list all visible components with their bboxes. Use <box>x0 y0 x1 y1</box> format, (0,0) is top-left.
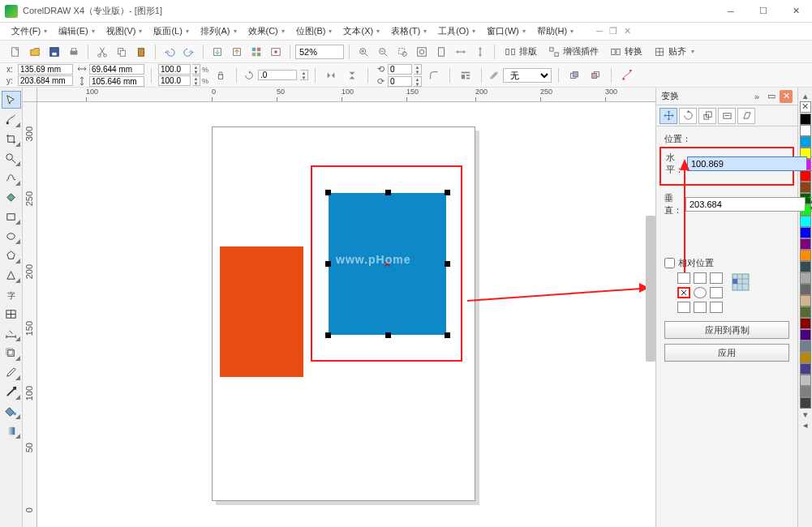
color-swatch[interactable] <box>800 182 811 193</box>
interactive-tool[interactable] <box>2 344 21 362</box>
zoom-page-button[interactable] <box>432 43 450 61</box>
dimension-tool[interactable] <box>2 324 21 342</box>
table-tool[interactable] <box>2 305 21 323</box>
orange-rectangle[interactable] <box>220 246 303 377</box>
close-button[interactable]: ✕ <box>780 0 812 23</box>
color-swatch[interactable] <box>800 341 811 352</box>
zoom-tool[interactable] <box>2 149 21 167</box>
pos-x-input[interactable] <box>18 64 73 75</box>
menu-effects[interactable]: 效果(C)▾ <box>243 24 290 39</box>
snap-button[interactable]: 贴齐▾ <box>649 43 699 61</box>
color-swatch[interactable] <box>800 318 811 329</box>
scale-x-input[interactable] <box>158 64 191 75</box>
vertical-spinner[interactable]: ▲▼ <box>809 197 812 212</box>
anchor-tr[interactable] <box>710 272 723 284</box>
pick-tool[interactable] <box>2 91 21 109</box>
color-swatch[interactable] <box>800 170 811 182</box>
menu-file[interactable]: 文件(F)▾ <box>6 24 52 39</box>
color-swatch[interactable] <box>800 363 811 375</box>
color-swatch[interactable] <box>800 227 811 238</box>
docker-expand-button[interactable]: » <box>750 90 763 103</box>
outline-tool[interactable] <box>2 383 21 401</box>
zoom-out-button[interactable] <box>374 43 392 61</box>
apply-button[interactable]: 应用 <box>664 344 789 362</box>
anchor-tl[interactable] <box>677 272 690 284</box>
basic-shapes-tool[interactable] <box>2 266 21 284</box>
palette-scroll-up[interactable]: ▴ <box>800 91 811 101</box>
doc-close-button[interactable]: ✕ <box>624 26 631 36</box>
text-tool[interactable]: 字 <box>2 285 21 303</box>
mirror-v-button[interactable] <box>343 66 361 84</box>
save-button[interactable] <box>45 43 63 61</box>
relative-position-checkbox[interactable]: 相对位置 <box>664 257 789 269</box>
menu-arrange[interactable]: 排列(A)▾ <box>195 24 242 39</box>
color-swatch[interactable] <box>800 272 811 284</box>
color-swatch[interactable] <box>800 295 811 306</box>
minimize-button[interactable]: ─ <box>715 0 747 23</box>
mirror-h-button[interactable] <box>322 66 340 84</box>
zoom-input[interactable] <box>295 45 344 59</box>
color-swatch[interactable] <box>800 284 811 295</box>
transform-rotate-tab[interactable] <box>679 108 697 124</box>
color-swatch[interactable] <box>800 375 811 386</box>
anchor-tc[interactable] <box>694 272 707 284</box>
height-input[interactable] <box>89 76 144 87</box>
drawing-canvas[interactable]: www.pHome <box>37 102 655 527</box>
menu-tools[interactable]: 工具(O)▾ <box>433 24 480 39</box>
zoom-selection-button[interactable] <box>393 43 411 61</box>
wrap-text-button[interactable] <box>457 66 475 84</box>
freehand-tool[interactable] <box>2 169 21 186</box>
corner-x-input[interactable] <box>388 64 412 75</box>
fill-tool[interactable] <box>2 402 21 420</box>
ruler-vertical[interactable]: 300250200150100500 <box>23 102 37 527</box>
cut-button[interactable] <box>93 43 111 61</box>
menu-window[interactable]: 窗口(W)▾ <box>482 24 531 39</box>
print-button[interactable] <box>65 43 83 61</box>
zoom-height-button[interactable] <box>471 43 489 61</box>
docker-close-button[interactable]: ✕ <box>780 90 793 103</box>
menu-view[interactable]: 视图(V)▾ <box>101 24 148 39</box>
rotation-spinner[interactable]: ▲▼ <box>300 70 308 80</box>
menu-text[interactable]: 文本(X)▾ <box>338 24 385 39</box>
ellipse-tool[interactable] <box>2 227 21 245</box>
ruler-horizontal[interactable]: 100050100150200250300 <box>37 88 655 102</box>
zoom-width-button[interactable] <box>452 43 470 61</box>
rotation-input[interactable] <box>258 70 297 80</box>
undo-button[interactable] <box>161 43 178 61</box>
corner-y-input[interactable] <box>388 76 412 87</box>
scale-y-spinner[interactable]: ▲▼ <box>192 75 200 86</box>
scale-y-input[interactable] <box>158 75 191 86</box>
color-swatch[interactable] <box>800 238 811 250</box>
arrange-button[interactable]: 排版 <box>500 43 542 61</box>
anchor-bl[interactable] <box>677 302 690 313</box>
color-swatch[interactable] <box>800 216 811 227</box>
to-front-button[interactable] <box>565 66 583 84</box>
vertical-input[interactable] <box>685 197 806 212</box>
ruler-origin[interactable] <box>23 88 37 102</box>
color-swatch[interactable] <box>800 352 811 363</box>
zoom-in-button[interactable] <box>354 43 372 61</box>
doc-minimize-button[interactable]: ─ <box>596 26 603 36</box>
menu-layout[interactable]: 版面(L)▾ <box>148 24 193 39</box>
crop-tool[interactable] <box>2 130 21 148</box>
color-swatch[interactable] <box>800 136 811 148</box>
maximize-button[interactable]: ☐ <box>747 0 780 23</box>
color-swatch[interactable] <box>800 329 811 341</box>
anchor-bc[interactable] <box>694 302 707 313</box>
interactive-fill-tool[interactable] <box>2 422 21 439</box>
anchor-mr[interactable] <box>710 287 723 298</box>
color-swatch[interactable] <box>800 306 811 318</box>
palette-flyout[interactable]: ◂ <box>800 420 811 430</box>
swatch-none[interactable] <box>800 101 811 113</box>
convert-curves-button[interactable] <box>618 66 636 84</box>
menu-bitmap[interactable]: 位图(B)▾ <box>291 24 337 39</box>
convert-button[interactable]: 转换 <box>605 43 647 61</box>
color-swatch[interactable] <box>800 261 811 272</box>
transform-skew-tab[interactable] <box>737 108 755 124</box>
open-button[interactable] <box>26 43 44 61</box>
outline-select[interactable]: 无 <box>503 68 552 83</box>
paste-button[interactable] <box>132 43 150 61</box>
width-input[interactable] <box>89 64 144 75</box>
menu-edit[interactable]: 编辑(E)▾ <box>54 24 100 39</box>
anchor-mc[interactable] <box>694 287 707 298</box>
